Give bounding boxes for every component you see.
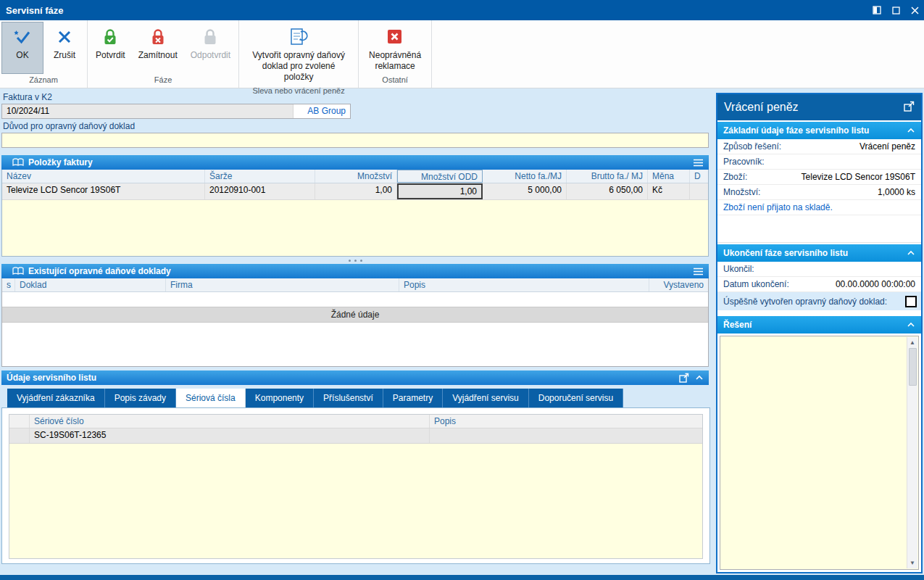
- closing-collapse-icon[interactable]: [907, 248, 915, 258]
- column-header[interactable]: Firma: [166, 278, 399, 291]
- column-header[interactable]: D: [690, 170, 708, 183]
- horizontal-splitter[interactable]: [1, 257, 709, 264]
- scrollbar-thumb[interactable]: [909, 348, 917, 386]
- solution-collapse-icon[interactable]: [907, 320, 915, 330]
- items-table: Název Šarže Množství Množství ODD Netto …: [1, 170, 709, 257]
- field-row[interactable]: Ukončil:: [717, 262, 921, 277]
- column-header[interactable]: Doklad: [15, 278, 166, 291]
- unauthorized-claim-label: Neoprávněná reklamace: [367, 50, 423, 72]
- window-title: Servisní fáze: [6, 5, 64, 16]
- book-icon: [12, 158, 24, 167]
- create-corrective-doc-button[interactable]: Vytvořit opravný daňový doklad pro zvole…: [241, 22, 357, 85]
- cancel-button[interactable]: Zrušit: [43, 22, 86, 74]
- invoice-number[interactable]: 10/2024/11: [2, 104, 294, 118]
- column-header-selected[interactable]: Množství ODD: [397, 170, 483, 183]
- items-table-row[interactable]: Televize LCD Sencor 19S06T 20120910-001 …: [2, 183, 708, 200]
- item-currency-cell[interactable]: Kč: [648, 183, 690, 199]
- refund-panel-title: Vrácení peněz: [724, 101, 904, 114]
- column-header[interactable]: Popis: [399, 278, 649, 291]
- serial-popis-cell[interactable]: [430, 428, 702, 443]
- stock-note: Zboží není přijato na skladě.: [723, 202, 833, 212]
- ribbon-group-phase: Potvrdit Zamítnout Odpotvrdit Fáze: [88, 20, 239, 88]
- reject-label: Zamítnout: [138, 50, 178, 61]
- reason-input[interactable]: [1, 133, 709, 148]
- checkbox-label: Úspěšně vytvořen opravný daňový doklad:: [723, 297, 887, 307]
- column-header[interactable]: Měna: [648, 170, 690, 183]
- column-header[interactable]: Název: [2, 170, 205, 183]
- row-selector-cell[interactable]: [9, 428, 30, 443]
- column-header[interactable]: Množství: [315, 170, 397, 183]
- basic-data-collapse-icon[interactable]: [907, 125, 915, 136]
- corrective-document-icon: [288, 26, 309, 48]
- solution-textarea[interactable]: ▲ ▼: [720, 336, 919, 570]
- closing-title: Ukončení fáze servisního listu: [723, 248, 907, 258]
- basic-data-title: Základní údaje fáze servisního listu: [723, 125, 907, 136]
- field-value: 00.00.0000 00:00:00: [836, 279, 915, 289]
- field-row[interactable]: Pracovník:: [717, 154, 921, 170]
- tab-seriova-cisla[interactable]: Sériová čísla: [176, 389, 246, 407]
- column-header[interactable]: s: [2, 278, 15, 291]
- tab-vyjadreni-zakaznika[interactable]: Vyjádření zákazníka: [7, 389, 105, 407]
- item-netto-cell[interactable]: 5 000,00: [483, 183, 567, 199]
- field-row[interactable]: Datum ukončení: 00.00.0000 00:00:00: [717, 277, 921, 292]
- row-selector-header: [9, 415, 30, 428]
- confirm-button[interactable]: Potvrdit: [89, 22, 132, 74]
- solution-scrollbar[interactable]: ▲ ▼: [907, 337, 917, 568]
- item-name-cell[interactable]: Televize LCD Sencor 19S06T: [2, 183, 205, 199]
- serial-number-cell[interactable]: SC-19S06T-12365: [30, 428, 430, 443]
- dock-window-icon[interactable]: [867, 0, 886, 20]
- spacer: [717, 215, 921, 243]
- item-batch-cell[interactable]: 20120910-001: [205, 183, 315, 199]
- column-header[interactable]: Popis: [430, 415, 702, 428]
- docs-section-title: Existující opravné daňové doklady: [28, 266, 687, 276]
- scroll-down-icon[interactable]: ▼: [907, 558, 918, 568]
- item-qty-cell[interactable]: 1,00: [315, 183, 397, 199]
- solution-section-header: Řešení: [717, 316, 921, 334]
- serial-table-row[interactable]: SC-19S06T-12365: [9, 428, 702, 444]
- book-icon: [12, 267, 24, 276]
- close-icon[interactable]: [905, 0, 924, 20]
- group-label-record: Záznam: [0, 74, 87, 88]
- serial-table-rest: [9, 444, 702, 558]
- items-table-header: Název Šarže Množství Množství ODD Netto …: [2, 170, 708, 183]
- docs-menu-icon[interactable]: [693, 268, 704, 276]
- invoice-field[interactable]: 10/2024/11 AB Group: [1, 104, 351, 119]
- item-d-cell[interactable]: [690, 183, 708, 199]
- maximize-icon[interactable]: [886, 0, 905, 20]
- group-label-phase: Fáze: [88, 74, 238, 88]
- field-row[interactable]: Množství: 1,0000 ks: [717, 185, 921, 200]
- unauthorized-claim-button[interactable]: Neoprávněná reklamace: [360, 22, 430, 74]
- tab-prislusenstvi[interactable]: Příslušenství: [314, 389, 383, 407]
- ribbon: OK Zrušit Záznam Potvrdit: [0, 20, 924, 88]
- confirm-label: Potvrdit: [96, 50, 125, 61]
- tab-parametry[interactable]: Parametry: [383, 389, 443, 407]
- field-row[interactable]: Způsob řešení: Vrácení peněz: [717, 139, 921, 154]
- tab-doporuceni-servisu[interactable]: Doporučení servisu: [529, 389, 623, 407]
- ribbon-group-refund: Vytvořit opravný daňový doklad pro zvole…: [239, 20, 359, 88]
- reject-lock-icon: [150, 26, 166, 48]
- item-brutto-cell[interactable]: 6 050,00: [567, 183, 648, 199]
- reject-button[interactable]: Zamítnout: [132, 22, 184, 74]
- tab-vyjadreni-servisu[interactable]: Vyjádření servisu: [443, 389, 529, 407]
- corrective-doc-checkbox[interactable]: [905, 296, 917, 307]
- items-menu-icon[interactable]: [693, 159, 704, 167]
- column-header[interactable]: Netto fa./MJ: [483, 170, 567, 183]
- refund-panel-expand-icon[interactable]: [904, 101, 915, 115]
- service-sheet-expand-icon[interactable]: [679, 373, 689, 383]
- column-header[interactable]: Šarže: [205, 170, 315, 183]
- scroll-up-icon[interactable]: ▲: [907, 337, 918, 348]
- tab-komponenty[interactable]: Komponenty: [246, 389, 314, 407]
- ribbon-group-other: Neoprávněná reklamace Ostatní: [359, 20, 432, 88]
- column-header[interactable]: Vystaveno: [649, 278, 708, 291]
- ok-button[interactable]: OK: [1, 22, 43, 74]
- column-header[interactable]: Brutto fa./ MJ: [567, 170, 648, 183]
- invoice-company-link[interactable]: AB Group: [294, 104, 350, 118]
- left-pane: Faktura v K2 10/2024/11 AB Group Důvod p…: [1, 90, 712, 575]
- items-section-header: Položky faktury: [1, 155, 709, 170]
- tab-popis-zavady[interactable]: Popis závady: [105, 389, 176, 407]
- service-sheet-collapse-icon[interactable]: [695, 375, 704, 381]
- column-header[interactable]: Sériové číslo: [30, 415, 430, 428]
- unconfirm-label: Odpotvrdit: [191, 50, 230, 61]
- field-row[interactable]: Zboží: Televize LCD Sencor 19S06T: [717, 170, 921, 185]
- item-qty-odd-cell[interactable]: 1,00: [397, 183, 483, 199]
